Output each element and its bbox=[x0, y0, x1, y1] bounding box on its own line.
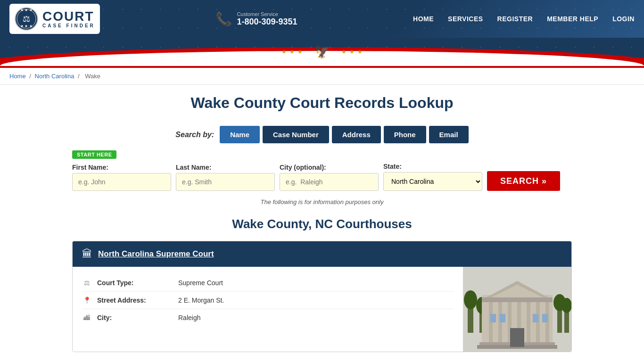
city-detail-value: Raleigh bbox=[178, 314, 200, 321]
detail-row-city: 🏙 City: Raleigh bbox=[82, 309, 454, 326]
courthouse-name-link[interactable]: North Carolina Supreme Court bbox=[98, 249, 214, 259]
svg-rect-24 bbox=[510, 328, 524, 347]
svg-rect-27 bbox=[533, 314, 538, 322]
courthouse-card: 🏛 North Carolina Supreme Court ⚖ Court T… bbox=[72, 241, 572, 352]
star-5: ★ bbox=[349, 49, 355, 55]
court-type-value: Supreme Court bbox=[178, 279, 223, 287]
svg-rect-25 bbox=[490, 314, 496, 322]
cs-phone: 1-800-309-9351 bbox=[237, 17, 297, 27]
stars-left: ★ ★ ★ bbox=[281, 49, 303, 55]
logo-case-finder-label: CASE FINDER bbox=[42, 23, 95, 28]
star-6: ★ bbox=[357, 49, 363, 55]
tab-address[interactable]: Address bbox=[332, 126, 381, 143]
logo-area: ★ ★ ★ ★ ★ ★ ⚖ COURT CASE FINDER bbox=[9, 4, 100, 34]
cs-text: Customer Service 1-800-309-9351 bbox=[237, 11, 297, 27]
nav-login[interactable]: LOGIN bbox=[612, 15, 635, 23]
nav-register[interactable]: REGISTER bbox=[497, 15, 533, 23]
street-label: Street Address: bbox=[97, 296, 173, 304]
courthouses-title: Wake County, NC Courthouses bbox=[72, 217, 572, 231]
search-form-container: START HERE First Name: Last Name: City (… bbox=[72, 150, 572, 191]
tab-phone[interactable]: Phone bbox=[384, 126, 426, 143]
main-nav: HOME SERVICES REGISTER MEMBER HELP LOGIN bbox=[413, 15, 635, 23]
city-field: City (optional): bbox=[280, 164, 379, 191]
first-name-input[interactable] bbox=[72, 173, 171, 191]
city-label: City (optional): bbox=[280, 164, 379, 171]
courthouse-header-icon: 🏛 bbox=[82, 248, 92, 260]
svg-rect-28 bbox=[542, 314, 548, 322]
search-by-label: Search by: bbox=[175, 131, 214, 139]
detail-row-court-type: ⚖ Court Type: Supreme Court bbox=[82, 274, 454, 292]
cs-label: Customer Service bbox=[237, 11, 297, 17]
phone-icon: 📞 bbox=[215, 11, 232, 27]
search-button[interactable]: SEARCH » bbox=[487, 171, 560, 191]
court-type-label: Court Type: bbox=[97, 279, 173, 287]
logo-text: COURT CASE FINDER bbox=[42, 10, 95, 28]
svg-point-8 bbox=[464, 290, 477, 309]
city-input[interactable] bbox=[280, 173, 379, 191]
state-field: State: AlabamaAlaskaArizonaArkansasCalif… bbox=[383, 163, 482, 191]
first-name-label: First Name: bbox=[72, 164, 171, 171]
nav-member-help[interactable]: MEMBER HELP bbox=[547, 15, 598, 23]
star-3: ★ bbox=[297, 49, 303, 55]
breadcrumb-sep-1: / bbox=[29, 73, 33, 80]
start-here-badge: START HERE bbox=[72, 150, 116, 159]
star-4: ★ bbox=[341, 49, 347, 55]
main-content: Wake County Court Records Lookup Search … bbox=[63, 85, 581, 362]
breadcrumb-county: Wake bbox=[85, 73, 100, 80]
last-name-input[interactable] bbox=[176, 173, 275, 191]
eagle-icon: 🦅 bbox=[310, 45, 334, 59]
courthouse-image bbox=[463, 267, 571, 352]
courthouse-details: ⚖ Court Type: Supreme Court 📍 Street Add… bbox=[73, 267, 463, 352]
site-header: ★ ★ ★ ★ ★ ★ ⚖ COURT CASE FINDER 📞 Custom… bbox=[0, 0, 644, 68]
courthouse-header: 🏛 North Carolina Supreme Court bbox=[73, 241, 571, 267]
tab-name[interactable]: Name bbox=[220, 126, 260, 143]
customer-service-area: 📞 Customer Service 1-800-309-9351 bbox=[215, 11, 297, 27]
nav-services[interactable]: SERVICES bbox=[448, 15, 483, 23]
svg-rect-16 bbox=[527, 300, 530, 342]
logo-box: ★ ★ ★ ★ ★ ★ ⚖ COURT CASE FINDER bbox=[9, 4, 100, 34]
city-icon: 🏙 bbox=[82, 314, 91, 321]
page-title: Wake County Court Records Lookup bbox=[72, 94, 572, 112]
city-detail-label: City: bbox=[97, 314, 173, 321]
star-1: ★ bbox=[281, 49, 287, 55]
svg-text:⚖: ⚖ bbox=[23, 14, 30, 24]
courthouse-building-svg bbox=[463, 267, 571, 352]
courthouse-body: ⚖ Court Type: Supreme Court 📍 Street Add… bbox=[73, 267, 571, 352]
svg-text:★ ★ ★: ★ ★ ★ bbox=[20, 8, 32, 12]
svg-text:🦅: 🦅 bbox=[314, 45, 330, 59]
logo-emblem: ★ ★ ★ ★ ★ ★ ⚖ bbox=[14, 7, 39, 31]
tab-email[interactable]: Email bbox=[429, 126, 469, 143]
detail-row-street: 📍 Street Address: 2 E. Morgan St. bbox=[82, 292, 454, 309]
svg-rect-21 bbox=[482, 297, 553, 302]
breadcrumb-sep-2: / bbox=[78, 73, 81, 80]
svg-point-32 bbox=[561, 298, 571, 313]
breadcrumb-state[interactable]: North Carolina bbox=[35, 73, 74, 80]
state-label: State: bbox=[383, 163, 482, 170]
street-icon: 📍 bbox=[82, 296, 91, 304]
street-value: 2 E. Morgan St. bbox=[178, 296, 224, 304]
info-note: The following is for information purpose… bbox=[72, 198, 572, 206]
nav-home[interactable]: HOME bbox=[413, 15, 434, 23]
star-2: ★ bbox=[289, 49, 295, 55]
last-name-label: Last Name: bbox=[176, 164, 275, 171]
search-tabs-row: Search by: Name Case Number Address Phon… bbox=[72, 126, 572, 143]
breadcrumb-home[interactable]: Home bbox=[9, 73, 26, 80]
stars-right: ★ ★ ★ bbox=[341, 49, 363, 55]
svg-rect-26 bbox=[500, 314, 505, 322]
search-form: First Name: Last Name: City (optional): … bbox=[72, 163, 572, 191]
court-type-icon: ⚖ bbox=[82, 279, 91, 287]
logo-court-label: COURT bbox=[42, 10, 94, 23]
last-name-field: Last Name: bbox=[176, 164, 275, 191]
arch-eagle: ★ ★ ★ 🦅 ★ ★ ★ bbox=[281, 45, 363, 59]
tab-case-number[interactable]: Case Number bbox=[263, 126, 329, 143]
breadcrumb: Home / North Carolina / Wake bbox=[0, 68, 644, 85]
state-select[interactable]: AlabamaAlaskaArizonaArkansasCaliforniaCo… bbox=[383, 172, 482, 191]
svg-text:★ ★ ★: ★ ★ ★ bbox=[20, 24, 32, 28]
first-name-field: First Name: bbox=[72, 164, 171, 191]
